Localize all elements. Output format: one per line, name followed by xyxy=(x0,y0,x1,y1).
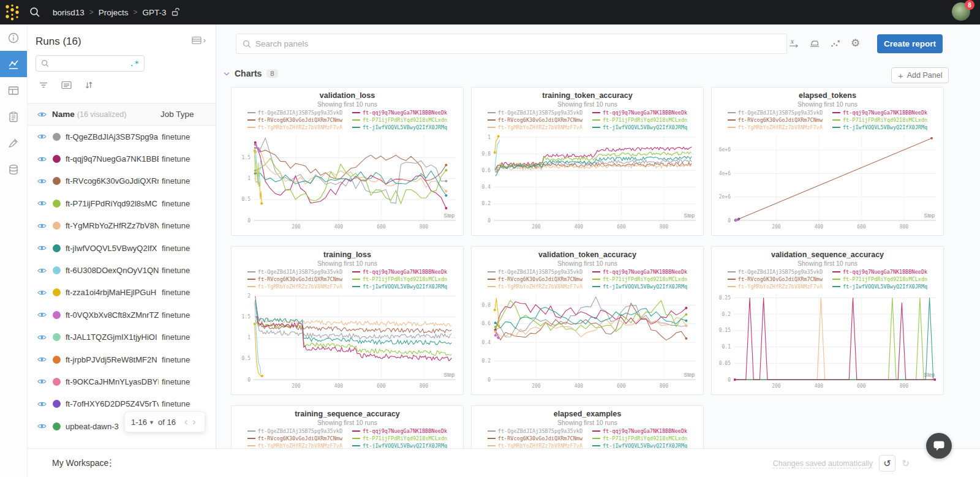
run-row[interactable]: ft-jIwfVOQVL5VBwyQ2IfXfinetune xyxy=(28,237,216,259)
help-chat-button[interactable] xyxy=(926,433,952,459)
run-row[interactable]: ft-qqj9q7NuegGa7NK1BBBfinetune xyxy=(28,148,216,170)
run-row[interactable]: ft-QgeZBdJIAj3SB7Spg9afinetune xyxy=(28,126,216,148)
breadcrumb-project[interactable]: GPT-3 xyxy=(143,8,167,17)
legend-entry[interactable]: ft-qqj9q7NuegGa7NK1BBBNeeDk xyxy=(592,268,687,276)
user-avatar[interactable]: 8 xyxy=(952,2,971,22)
filter-icon[interactable] xyxy=(39,81,48,89)
visibility-toggle-icon[interactable] xyxy=(37,334,47,341)
legend-entry[interactable]: ft-YgMRbYoZHfRZz7bV8NMzF7vA xyxy=(488,283,582,290)
legend-entry[interactable]: ft-qqj9q7NuegGa7NK1BBBNeeDk xyxy=(592,109,687,116)
wandb-logo[interactable] xyxy=(0,0,24,24)
sort-icon[interactable] xyxy=(85,81,93,89)
legend-entry[interactable]: ft-jIwfVOQVL5VBwyQ2IfX0JRMq xyxy=(352,442,447,448)
visibility-toggle-icon[interactable] xyxy=(37,178,47,185)
nav-search-icon[interactable] xyxy=(24,7,45,18)
sidebar-item-sweeps[interactable] xyxy=(0,130,27,156)
run-name[interactable]: ft-6U308DOexQnOyV1QN xyxy=(66,266,159,275)
visibility-toggle-icon[interactable] xyxy=(37,133,47,140)
legend-entry[interactable]: ft-RVcog6K30vGoJdiQXRm7CNmw xyxy=(488,276,582,283)
chart-panel-validation_loss[interactable]: validation_lossShowing first 10 runsft-Q… xyxy=(231,87,464,236)
visibility-toggle-icon[interactable] xyxy=(37,156,47,163)
chart-plot[interactable]: 20040060080000.20.40.60.8Step xyxy=(472,291,703,392)
run-row[interactable]: ft-JAL1TQZGjmIX1tjyHiOIfinetune xyxy=(28,326,216,348)
visibility-toggle-icon[interactable] xyxy=(37,400,47,408)
visibility-toggle-icon[interactable] xyxy=(37,267,47,274)
legend-entry[interactable]: ft-jIwfVOQVL5VBwyQ2IfX0JRMq xyxy=(832,283,927,290)
legend-entry[interactable]: ft-jIwfVOQVL5VBwyQ2IfX0JRMq xyxy=(352,283,447,290)
legend-entry[interactable]: ft-P71ijFPdRiYqd9218sMCLxdn xyxy=(832,116,927,124)
chart-plot[interactable]: 20040060080002e+64e+66e+6Step xyxy=(712,132,943,233)
settings-gear-icon[interactable]: ⚙ xyxy=(851,38,860,48)
legend-entry[interactable]: ft-jIwfVOQVL5VBwyQ2IfX0JRMq xyxy=(592,283,687,290)
visibility-toggle-icon[interactable] xyxy=(37,311,47,318)
legend-entry[interactable]: ft-RVcog6K30vGoJdiQXRm7CNmw xyxy=(728,276,823,283)
legend-entry[interactable]: ft-qqj9q7NuegGa7NK1BBBNeeDk xyxy=(832,109,927,116)
run-name[interactable]: ft-jrpbPJVdj5ReW8tMF2N xyxy=(66,355,159,364)
chart-panel-training_token_accuracy[interactable]: training_token_accuracyShowing first 10 … xyxy=(471,87,704,236)
column-header-name[interactable]: Name xyxy=(52,110,75,119)
prev-page-button[interactable]: ‹ xyxy=(182,416,190,427)
sidebar-item-charts[interactable] xyxy=(0,51,27,77)
add-panel-button[interactable]: + Add Panel xyxy=(891,67,949,83)
legend-entry[interactable]: ft-QgeZBdJIAj3SB7Spg9a35vkD xyxy=(488,109,582,116)
run-name[interactable]: ft-qqj9q7NuegGa7NK1BBB xyxy=(66,154,159,163)
chart-panel-elapsed_examples[interactable]: elapsed_examplesShowing first 10 runsft-… xyxy=(471,405,704,448)
legend-entry[interactable]: ft-jIwfVOQVL5VBwyQ2IfX0JRMq xyxy=(592,124,687,131)
legend-entry[interactable]: ft-RVcog6K30vGoJdiQXRm7CNmw xyxy=(488,116,582,124)
column-header-job-type[interactable]: Job Type xyxy=(160,110,194,119)
legend-entry[interactable]: ft-YgMRbYoZHfRZz7bV8NMzF7vA xyxy=(488,124,582,131)
workspace-label[interactable]: My Workspace xyxy=(52,458,108,468)
run-name[interactable]: ft-JAL1TQZGjmIX1tjyHiOI xyxy=(66,332,159,342)
pagination-range[interactable]: 1-16 xyxy=(131,418,147,427)
chart-plot[interactable]: 20040060080000.20.40.60.81Step xyxy=(472,132,703,233)
run-row[interactable]: ft-RVcog6K30vGoJdiQXRmfinetune xyxy=(28,170,216,192)
panel-search-input[interactable] xyxy=(255,39,780,48)
legend-entry[interactable]: ft-qqj9q7NuegGa7NK1BBBNeeDk xyxy=(352,427,447,435)
run-name[interactable]: ft-zza1oi4rbjMaHEjlPGuH xyxy=(66,288,159,297)
run-name[interactable]: ft-9OKCaJHMnYLyasDBYF xyxy=(66,377,159,386)
legend-entry[interactable]: ft-RVcog6K30vGoJdiQXRm7CNmw xyxy=(488,435,582,442)
legend-entry[interactable]: ft-QgeZBdJIAj3SB7Spg9a35vkD xyxy=(728,268,823,276)
regex-toggle[interactable]: .* xyxy=(129,59,139,68)
kebab-menu-icon[interactable]: ⋮ xyxy=(106,457,115,468)
visibility-toggle-icon[interactable] xyxy=(37,244,47,252)
breadcrumb-projects[interactable]: Projects xyxy=(99,8,129,17)
legend-entry[interactable]: ft-jIwfVOQVL5VBwyQ2IfX0JRMq xyxy=(592,442,687,448)
expand-table-button[interactable]: › xyxy=(192,36,206,45)
legend-entry[interactable]: ft-P71ijFPdRiYqd9218sMCLxdn xyxy=(592,276,687,283)
legend-entry[interactable]: ft-P71ijFPdRiYqd9218sMCLxdn xyxy=(352,435,447,442)
legend-entry[interactable]: ft-QgeZBdJIAj3SB7Spg9a35vkD xyxy=(247,427,342,435)
run-name[interactable]: ft-RVcog6K30vGoJdiQXRm xyxy=(66,176,159,186)
visibility-all-icon[interactable] xyxy=(37,111,47,118)
legend-entry[interactable]: ft-QgeZBdJIAj3SB7Spg9a35vkD xyxy=(488,268,582,276)
chart-plot[interactable]: 20040060080000.511.52Step xyxy=(232,291,463,392)
undo-button[interactable]: ↺ xyxy=(879,455,895,471)
redo-button[interactable]: ↻ xyxy=(897,455,914,471)
run-row[interactable]: ft-9OKCaJHMnYLyasDBYFfinetune xyxy=(28,370,216,392)
legend-entry[interactable]: ft-YgMRbYoZHfRZz7bV8NMzF7vA xyxy=(247,442,342,448)
legend-entry[interactable]: ft-QgeZBdJIAj3SB7Spg9a35vkD xyxy=(247,109,342,116)
runs-search-input[interactable] xyxy=(49,59,129,68)
legend-entry[interactable]: ft-qqj9q7NuegGa7NK1BBBNeeDk xyxy=(352,109,447,116)
charts-section-header[interactable]: Charts 8 xyxy=(224,69,278,78)
legend-entry[interactable]: ft-P71ijFPdRiYqd9218sMCLxdn xyxy=(832,276,927,283)
sidebar-item-logs[interactable] xyxy=(0,103,27,130)
sidebar-item-overview[interactable] xyxy=(0,24,27,51)
sidebar-item-artifacts[interactable] xyxy=(0,156,27,182)
smoothing-icon[interactable] xyxy=(809,39,820,48)
run-name[interactable]: ft-0VQXbXv8Cft8xZMnrTZ xyxy=(66,310,159,320)
chart-panel-training_loss[interactable]: training_lossShowing first 10 runsft-Qge… xyxy=(231,246,464,395)
legend-entry[interactable]: ft-RVcog6K30vGoJdiQXRm7CNmw xyxy=(247,435,342,442)
run-name[interactable]: ft-7ofHXY6D2DP5Z4V5rTv xyxy=(66,399,159,408)
run-row[interactable]: ft-zza1oi4rbjMaHEjlPGuHfinetune xyxy=(28,282,216,304)
run-row[interactable]: ft-P71ijFPdRiYqd92l8sMCfinetune xyxy=(28,192,216,214)
visibility-toggle-icon[interactable] xyxy=(37,378,47,385)
legend-entry[interactable]: ft-P71ijFPdRiYqd9218sMCLxdn xyxy=(592,116,687,124)
chart-panel-training_sequence_accuracy[interactable]: training_sequence_accuracyShowing first … xyxy=(231,405,464,448)
legend-entry[interactable]: ft-qqj9q7NuegGa7NK1BBBNeeDk xyxy=(592,427,687,435)
run-name[interactable]: ft-P71ijFPdRiYqd92l8sMC xyxy=(66,199,159,208)
chart-plot[interactable]: 20040060080000.511.5Step xyxy=(232,132,463,233)
run-row[interactable]: ft-jrpbPJVdj5ReW8tMF2Nfinetune xyxy=(28,348,216,370)
outliers-icon[interactable] xyxy=(830,39,841,48)
legend-entry[interactable]: ft-P71ijFPdRiYqd9218sMCLxdn xyxy=(352,276,447,283)
